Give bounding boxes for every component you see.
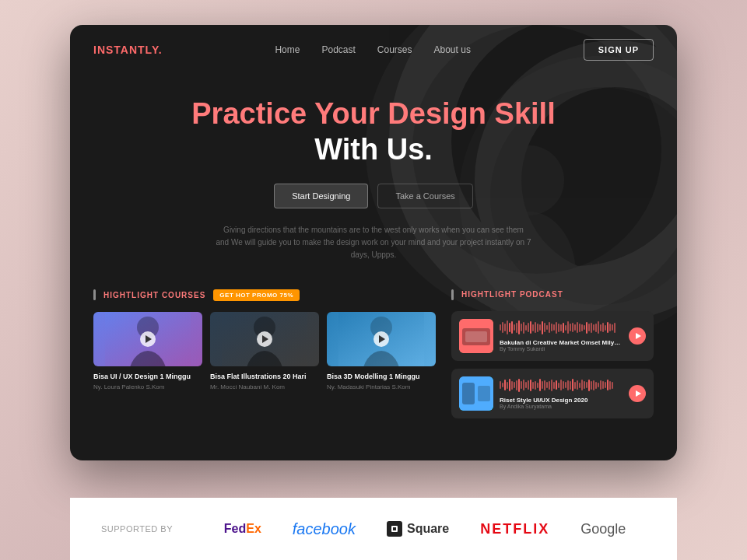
- waveform-1: [500, 320, 622, 335]
- course-name-1: Bisa UI / UX Design 1 Minggu: [93, 373, 202, 382]
- play-button-3[interactable]: [374, 331, 389, 347]
- page-wrapper: INSTANTLY. Home Podcast Courses About us…: [0, 0, 747, 560]
- svg-rect-15: [465, 331, 487, 342]
- podcast-title-1: Bakulan di Creative Market Omset Milyara…: [500, 339, 622, 346]
- courses-header: HIGHTLIGHT COURSES GET HOT PROMO 75%: [93, 289, 436, 301]
- courses-bar-icon: [93, 289, 96, 300]
- facebook-logo[interactable]: facebook: [293, 520, 356, 538]
- nav-home[interactable]: Home: [275, 44, 300, 55]
- svg-rect-17: [462, 383, 475, 404]
- start-designing-button[interactable]: Start Designing: [274, 184, 368, 208]
- podcast-content-2: Riset Style UI/UX Design 2020 By Andika …: [500, 377, 622, 409]
- fedex-logo[interactable]: FedEx: [224, 522, 261, 536]
- hero-title-line1: Practice Your Design Skill: [86, 98, 661, 131]
- podcast-thumbnail-1: [459, 319, 493, 353]
- course-thumbnail-2: [210, 312, 319, 366]
- podcast-play-icon-2: [636, 390, 641, 397]
- main-card: INSTANTLY. Home Podcast Courses About us…: [70, 25, 677, 460]
- course-thumbnail-1: [93, 312, 202, 366]
- square-logo[interactable]: Square: [387, 521, 449, 537]
- hero-buttons: Start Designing Take a Courses: [86, 184, 661, 208]
- podcast-header: HIGHTLIGHT PODCAST: [451, 289, 654, 300]
- play-button-2[interactable]: [257, 331, 272, 347]
- nav-courses[interactable]: Courses: [377, 44, 412, 55]
- square-icon: [387, 521, 402, 537]
- play-button-1[interactable]: [140, 331, 156, 347]
- courses-grid: Bisa UI / UX Design 1 Minggu Ny. Loura P…: [93, 312, 436, 391]
- content-section: HIGHTLIGHT COURSES GET HOT PROMO 75%: [70, 277, 677, 431]
- logo-text: INSTANTLY.: [93, 44, 163, 56]
- hero-section: Practice Your Design Skill With Us. Star…: [70, 75, 677, 277]
- google-logo[interactable]: Google: [580, 521, 626, 537]
- podcast-play-button-2[interactable]: [629, 385, 646, 402]
- podcast-items: Bakulan di Creative Market Omset Milyara…: [451, 311, 654, 418]
- courses-panel: HIGHTLIGHT COURSES GET HOT PROMO 75%: [93, 289, 436, 418]
- courses-section-title: HIGHTLIGHT COURSES: [103, 291, 205, 299]
- netflix-logo[interactable]: NETFLIX: [480, 521, 549, 537]
- play-icon-3: [379, 335, 385, 343]
- podcast-title-2: Riset Style UI/UX Design 2020: [500, 397, 622, 404]
- hero-description: Giving directions that the mountains are…: [210, 224, 537, 261]
- take-courses-button[interactable]: Take a Courses: [377, 184, 472, 208]
- podcast-thumbnail-2: [459, 376, 493, 411]
- course-author-3: Ny. Madasuki Pintarias S.Kom: [327, 383, 436, 390]
- podcast-card-1[interactable]: Bakulan di Creative Market Omset Milyara…: [451, 311, 654, 361]
- course-card-3[interactable]: Bisa 3D Modelling 1 Minggu Ny. Madasuki …: [327, 312, 436, 391]
- course-card-2[interactable]: Bisa Flat Illustrations 20 Hari Mr. Mocc…: [210, 312, 319, 391]
- course-author-2: Mr. Mocci Naubani M. Kom: [210, 383, 319, 390]
- podcast-section-title: HIGHTLIGHT PODCAST: [461, 290, 563, 299]
- square-inner-icon: [391, 526, 398, 532]
- podcast-card-2[interactable]: Riset Style UI/UX Design 2020 By Andika …: [451, 369, 654, 418]
- logo: INSTANTLY.: [93, 44, 163, 56]
- course-name-3: Bisa 3D Modelling 1 Minggu: [327, 373, 436, 382]
- waveform-2: [500, 377, 622, 393]
- course-thumbnail-3: [327, 312, 436, 366]
- signup-button[interactable]: SIGN UP: [584, 39, 654, 61]
- navbar: INSTANTLY. Home Podcast Courses About us…: [70, 25, 677, 75]
- supported-by-label: SUPPORTED BY: [101, 524, 173, 534]
- nav-about[interactable]: About us: [434, 44, 471, 55]
- podcast-play-icon-1: [636, 333, 641, 339]
- course-author-1: Ny. Loura Palenko S.Kom: [93, 383, 202, 390]
- play-icon-1: [146, 335, 152, 343]
- footer: SUPPORTED BY FedEx facebook Square NETFL…: [70, 498, 677, 560]
- podcast-panel: HIGHTLIGHT PODCAST: [451, 289, 654, 418]
- podcast-author-1: By Tommy Sukardi: [500, 346, 622, 352]
- sponsors-list: FedEx facebook Square NETFLIX Google: [204, 520, 646, 538]
- course-name-2: Bisa Flat Illustrations 20 Hari: [210, 373, 319, 382]
- podcast-bar-icon: [451, 289, 454, 300]
- nav-links: Home Podcast Courses About us: [275, 44, 470, 55]
- course-card-1[interactable]: Bisa UI / UX Design 1 Minggu Ny. Loura P…: [93, 312, 202, 391]
- hero-title-line2: With Us.: [86, 134, 661, 166]
- podcast-play-button-1[interactable]: [629, 327, 646, 345]
- nav-podcast[interactable]: Podcast: [321, 44, 355, 55]
- play-icon-2: [262, 335, 268, 343]
- podcast-author-2: By Andika Suryatama: [500, 404, 622, 409]
- svg-rect-18: [478, 386, 490, 401]
- promo-badge: GET HOT PROMO 75%: [213, 289, 300, 301]
- podcast-content-1: Bakulan di Creative Market Omset Milyara…: [500, 320, 622, 352]
